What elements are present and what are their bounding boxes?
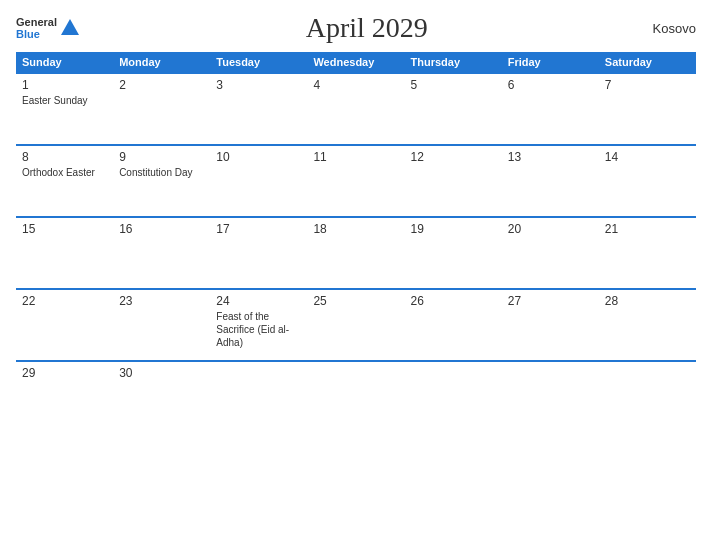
day-number: 17 — [216, 222, 301, 236]
calendar-cell: 21 — [599, 217, 696, 289]
header: General Blue April 2029 Kosovo — [16, 12, 696, 44]
day-number: 4 — [313, 78, 398, 92]
calendar-cell: 10 — [210, 145, 307, 217]
day-number: 21 — [605, 222, 690, 236]
calendar-cell: 26 — [405, 289, 502, 361]
logo: General Blue — [16, 16, 81, 40]
logo-icon — [59, 17, 81, 39]
calendar-cell: 11 — [307, 145, 404, 217]
calendar-cell: 19 — [405, 217, 502, 289]
logo-general-text: General — [16, 16, 57, 28]
day-event: Orthodox Easter — [22, 167, 95, 178]
day-number: 19 — [411, 222, 496, 236]
day-number: 9 — [119, 150, 204, 164]
header-thursday: Thursday — [405, 52, 502, 73]
day-number: 7 — [605, 78, 690, 92]
day-event: Feast of the Sacrifice (Eid al-Adha) — [216, 311, 289, 348]
logo-blue-text: Blue — [16, 28, 57, 40]
calendar-header-row: Sunday Monday Tuesday Wednesday Thursday… — [16, 52, 696, 73]
day-number: 11 — [313, 150, 398, 164]
calendar-cell: 23 — [113, 289, 210, 361]
day-number: 30 — [119, 366, 204, 380]
day-event: Easter Sunday — [22, 95, 88, 106]
calendar-cell: 7 — [599, 73, 696, 145]
calendar-cell: 18 — [307, 217, 404, 289]
day-number: 26 — [411, 294, 496, 308]
calendar-cell: 24Feast of the Sacrifice (Eid al-Adha) — [210, 289, 307, 361]
header-monday: Monday — [113, 52, 210, 73]
calendar-cell: 1Easter Sunday — [16, 73, 113, 145]
day-event: Constitution Day — [119, 167, 192, 178]
calendar-cell: 29 — [16, 361, 113, 433]
day-number: 8 — [22, 150, 107, 164]
calendar-cell — [599, 361, 696, 433]
day-number: 28 — [605, 294, 690, 308]
calendar-cell: 30 — [113, 361, 210, 433]
calendar-cell: 28 — [599, 289, 696, 361]
calendar-cell: 3 — [210, 73, 307, 145]
calendar-cell: 20 — [502, 217, 599, 289]
day-number: 25 — [313, 294, 398, 308]
day-number: 6 — [508, 78, 593, 92]
calendar-cell — [502, 361, 599, 433]
calendar-cell — [210, 361, 307, 433]
day-number: 20 — [508, 222, 593, 236]
day-number: 14 — [605, 150, 690, 164]
day-number: 3 — [216, 78, 301, 92]
day-number: 15 — [22, 222, 107, 236]
calendar-cell: 15 — [16, 217, 113, 289]
calendar-cell: 4 — [307, 73, 404, 145]
header-wednesday: Wednesday — [307, 52, 404, 73]
day-number: 1 — [22, 78, 107, 92]
calendar-cell: 16 — [113, 217, 210, 289]
page: General Blue April 2029 Kosovo Sunday Mo… — [0, 0, 712, 550]
day-number: 18 — [313, 222, 398, 236]
calendar-cell: 22 — [16, 289, 113, 361]
day-number: 23 — [119, 294, 204, 308]
calendar-cell — [405, 361, 502, 433]
calendar-table: Sunday Monday Tuesday Wednesday Thursday… — [16, 52, 696, 433]
calendar-week-row: 222324Feast of the Sacrifice (Eid al-Adh… — [16, 289, 696, 361]
header-saturday: Saturday — [599, 52, 696, 73]
header-sunday: Sunday — [16, 52, 113, 73]
header-friday: Friday — [502, 52, 599, 73]
calendar-cell: 2 — [113, 73, 210, 145]
calendar-week-row: 15161718192021 — [16, 217, 696, 289]
header-tuesday: Tuesday — [210, 52, 307, 73]
calendar-cell: 9Constitution Day — [113, 145, 210, 217]
day-number: 22 — [22, 294, 107, 308]
calendar-cell: 5 — [405, 73, 502, 145]
day-number: 24 — [216, 294, 301, 308]
calendar-cell: 17 — [210, 217, 307, 289]
svg-marker-0 — [61, 19, 79, 35]
calendar-cell: 13 — [502, 145, 599, 217]
day-number: 12 — [411, 150, 496, 164]
day-number: 10 — [216, 150, 301, 164]
calendar-week-row: 8Orthodox Easter9Constitution Day1011121… — [16, 145, 696, 217]
day-number: 13 — [508, 150, 593, 164]
day-number: 27 — [508, 294, 593, 308]
calendar-cell: 27 — [502, 289, 599, 361]
country-label: Kosovo — [653, 21, 696, 36]
day-number: 29 — [22, 366, 107, 380]
calendar-cell: 6 — [502, 73, 599, 145]
calendar-cell: 12 — [405, 145, 502, 217]
calendar-cell: 14 — [599, 145, 696, 217]
calendar-cell — [307, 361, 404, 433]
calendar-week-row: 1Easter Sunday234567 — [16, 73, 696, 145]
day-number: 2 — [119, 78, 204, 92]
calendar-cell: 8Orthodox Easter — [16, 145, 113, 217]
calendar-cell: 25 — [307, 289, 404, 361]
calendar-week-row: 2930 — [16, 361, 696, 433]
day-number: 16 — [119, 222, 204, 236]
day-number: 5 — [411, 78, 496, 92]
calendar-title: April 2029 — [306, 12, 428, 44]
